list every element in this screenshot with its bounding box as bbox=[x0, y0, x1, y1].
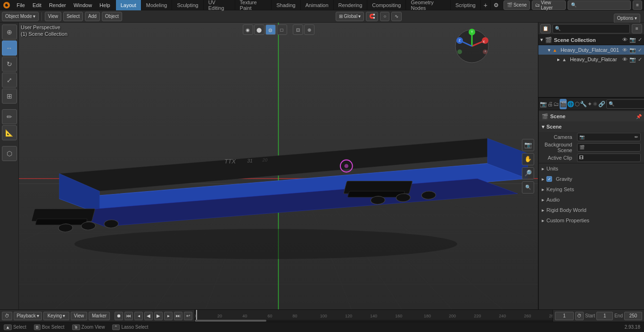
tab-sculpting[interactable]: Sculpting bbox=[172, 0, 203, 10]
tab-geometry-nodes[interactable]: Geometry Nodes bbox=[406, 0, 450, 10]
props-tab-modifiers[interactable]: 🔧 bbox=[580, 99, 587, 109]
loop-btn[interactable]: ↩ bbox=[184, 312, 192, 320]
item-render-icon[interactable]: ✓ bbox=[638, 47, 642, 53]
props-tab-scene[interactable]: 🎬 bbox=[560, 99, 567, 109]
select-menu[interactable]: Select bbox=[63, 12, 83, 21]
gravity-checkbox[interactable]: ✓ bbox=[546, 176, 552, 182]
last-frame-btn[interactable]: ⏭ bbox=[174, 312, 182, 320]
props-tab-render[interactable]: 📷 bbox=[540, 99, 547, 109]
outliner-search[interactable] bbox=[553, 24, 630, 33]
add-menu[interactable]: Add bbox=[85, 12, 100, 21]
keying-btn[interactable]: Keying ▾ bbox=[43, 312, 69, 320]
overlay-btn[interactable]: ⊡ bbox=[293, 24, 303, 35]
item2-select-icon[interactable]: 📷 bbox=[629, 57, 636, 63]
viewport[interactable]: TTX 31 20 User Perspective (1) Scene Col… bbox=[19, 23, 538, 309]
clock-icon-btn[interactable]: ⏱ bbox=[575, 312, 584, 320]
props-tab-physics[interactable]: ⚛ bbox=[593, 99, 598, 109]
outliner-filter-btn[interactable]: ≡ bbox=[632, 24, 642, 33]
viewport-shading-wireframe[interactable]: □ bbox=[277, 24, 287, 35]
background-scene-value[interactable]: 🎬 bbox=[577, 143, 641, 152]
rotate-tool[interactable]: ↻ bbox=[2, 57, 17, 72]
menu-file[interactable]: File bbox=[13, 0, 29, 10]
end-frame-input[interactable]: 250 bbox=[624, 312, 642, 320]
blender-logo[interactable] bbox=[0, 0, 13, 10]
snap-btn[interactable]: 🧲 bbox=[366, 12, 378, 21]
next-frame-btn[interactable]: ▸ bbox=[164, 312, 173, 320]
tab-modeling[interactable]: Modeling bbox=[141, 0, 173, 10]
search-btn[interactable]: 🔍 bbox=[568, 0, 631, 10]
item2-render-icon[interactable]: ✓ bbox=[638, 57, 642, 63]
audio-row[interactable]: ▸ Audio bbox=[539, 194, 644, 205]
props-tab-object[interactable]: ⬡ bbox=[575, 99, 579, 109]
menu-edit[interactable]: Edit bbox=[29, 0, 45, 10]
item-select-icon[interactable]: 📷 bbox=[629, 47, 636, 53]
orientation-gizmo[interactable]: X Y Z -X bbox=[453, 27, 491, 65]
timeline-mode-btn[interactable]: ⏱ bbox=[2, 312, 12, 320]
props-search-input[interactable] bbox=[606, 99, 644, 109]
move-tool[interactable]: ↔ bbox=[2, 40, 17, 56]
viewport-shading-rendered[interactable]: ◍ bbox=[265, 24, 276, 35]
filter-btn[interactable]: ≡ bbox=[633, 0, 642, 10]
add-workspace-tab[interactable]: + bbox=[481, 0, 491, 10]
marker-btn[interactable]: Marker bbox=[89, 312, 110, 320]
proportional-options-btn[interactable]: ∿ bbox=[391, 12, 402, 21]
transform-selector[interactable]: ⊞ Global ▾ bbox=[336, 12, 364, 21]
start-frame-input[interactable]: 1 bbox=[596, 312, 613, 320]
props-pin-icon[interactable]: 📌 bbox=[636, 114, 642, 119]
props-tab-view-layer[interactable]: 🗂 bbox=[553, 99, 559, 109]
keying-sets-row[interactable]: ▸ Keying Sets bbox=[539, 184, 644, 194]
timeline-view-btn[interactable]: View bbox=[71, 312, 87, 320]
view-layer-selector[interactable]: 🗂 View Layer bbox=[532, 0, 566, 10]
cursor-tool[interactable]: ⊕ bbox=[2, 24, 17, 40]
item2-eye-icon[interactable]: 👁 bbox=[622, 57, 627, 63]
annotate-tool[interactable]: ✏ bbox=[2, 109, 17, 124]
units-collapse-row[interactable]: ▸ Units bbox=[539, 163, 644, 174]
camera-value[interactable]: 📷 ✏ bbox=[577, 133, 641, 141]
measure-tool[interactable]: 📐 bbox=[2, 125, 17, 140]
play-reverse-btn[interactable]: ◀ bbox=[144, 312, 153, 320]
timeline-scroll-thumb[interactable] bbox=[195, 320, 266, 322]
custom-props-row[interactable]: ▸ Custom Properties bbox=[539, 215, 644, 226]
rigid-body-row[interactable]: ▸ Rigid Body World bbox=[539, 205, 644, 215]
menu-help[interactable]: Help bbox=[96, 0, 114, 10]
props-tab-particles[interactable]: ✦ bbox=[587, 99, 592, 109]
timeline-ruler[interactable]: 0 20 40 60 80 100 120 140 160 180 200 22… bbox=[195, 310, 553, 322]
collection-item-flatcar-001[interactable]: ▾ ▲ Heavy_Duty_Flatcar_001 👁 📷 ✓ bbox=[538, 45, 644, 55]
playback-btn[interactable]: Playback ▾ bbox=[14, 312, 42, 320]
outliner-view-btn[interactable]: 📋 bbox=[540, 24, 551, 33]
add-object-tool[interactable]: ⬡ bbox=[2, 146, 17, 161]
scene-subsection-header[interactable]: ▾ Scene bbox=[539, 121, 644, 132]
tab-layout[interactable]: Layout bbox=[116, 0, 141, 10]
tab-uv-editing[interactable]: UV Editing bbox=[204, 0, 235, 10]
menu-render[interactable]: Render bbox=[45, 0, 70, 10]
scene-selector[interactable]: 🎬 Scene bbox=[504, 0, 530, 10]
prev-frame-btn[interactable]: ◂ bbox=[134, 312, 143, 320]
object-menu[interactable]: Object bbox=[102, 12, 122, 21]
scene-section-header[interactable]: 🎬 Scene 📌 bbox=[539, 111, 644, 121]
active-clip-value[interactable]: 🎞 bbox=[577, 154, 641, 162]
viewport-hand-btn[interactable]: ✋ bbox=[522, 153, 534, 165]
viewport-shading-material[interactable]: ⬤ bbox=[254, 24, 264, 35]
record-btn[interactable]: ⏺ bbox=[115, 312, 123, 320]
item-eye-icon[interactable]: 👁 bbox=[622, 47, 627, 53]
viewport-camera-btn[interactable]: 📷 bbox=[522, 139, 534, 151]
gravity-row[interactable]: ▸ ✓ Gravity bbox=[539, 174, 644, 184]
scale-tool[interactable]: ⤢ bbox=[2, 73, 17, 88]
tab-scripting[interactable]: Scripting bbox=[451, 0, 481, 10]
tab-shading[interactable]: Shading bbox=[272, 0, 300, 10]
collection-item-flatcar[interactable]: ▸ ▲ Heavy_Duty_Flatcar 👁 📷 ✓ bbox=[538, 55, 644, 64]
tab-rendering[interactable]: Rendering bbox=[334, 0, 368, 10]
menu-window[interactable]: Window bbox=[70, 0, 96, 10]
props-tab-output[interactable]: 🖨 bbox=[547, 99, 553, 109]
collection-cam-icon[interactable]: 📷 bbox=[629, 37, 636, 43]
camera-edit-icon[interactable]: ✏ bbox=[635, 135, 638, 139]
viewport-zoom-in-btn[interactable]: 🔎 bbox=[522, 167, 534, 179]
props-tab-world[interactable]: 🌐 bbox=[567, 99, 574, 109]
first-frame-btn[interactable]: ⏮ bbox=[124, 312, 133, 320]
current-frame-display[interactable]: 1 bbox=[555, 312, 574, 320]
viewport-zoom-out-btn[interactable]: 🔍 bbox=[522, 181, 534, 194]
tab-animation[interactable]: Animation bbox=[301, 0, 334, 10]
mode-switcher[interactable]: Object Mode ▾ bbox=[2, 12, 39, 21]
tab-texture-paint[interactable]: Texture Paint bbox=[235, 0, 272, 10]
props-tab-constraints[interactable]: 🔗 bbox=[598, 99, 605, 109]
